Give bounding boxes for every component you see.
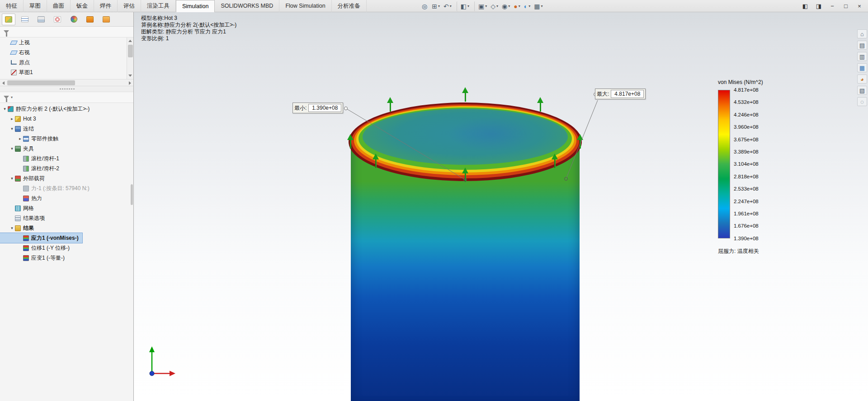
toolbar-button[interactable]: ◇ ▾	[489, 1, 500, 11]
toolbar-button[interactable]: ▣ ▾	[474, 1, 488, 11]
menu-tab[interactable]: SOLIDWORKS MBD	[215, 0, 279, 12]
forum-icon[interactable]: ◌	[857, 97, 867, 106]
menu-tab[interactable]: 评估	[118, 0, 141, 12]
toolbar-button[interactable]: ◉ ▾	[500, 1, 511, 11]
tree-item[interactable]: ▾ 静应力分析 2 (-默认<按加工>-)	[0, 104, 93, 114]
featuremanager-tab[interactable]	[2, 14, 15, 25]
filter-caret-icon[interactable]: ▾	[11, 95, 13, 99]
expand-collapse-icon[interactable]: ▸	[17, 136, 23, 141]
menu-tab[interactable]: 曲面	[47, 0, 71, 12]
filter-icon[interactable]	[4, 96, 9, 99]
toolbar-button[interactable]: ◎	[420, 1, 429, 11]
tree-item[interactable]: 力-1 (:按条目: 57940 N:)	[0, 183, 93, 193]
dropdown-caret-icon[interactable]: ▾	[528, 4, 530, 8]
tree-item[interactable]: 应变1 (-等量-)	[0, 253, 68, 263]
menu-tab[interactable]: 钣金	[71, 0, 94, 12]
menu-tab[interactable]: 分析准备	[332, 0, 367, 12]
dropdown-caret-icon[interactable]: ▾	[541, 4, 542, 8]
maximize-button[interactable]: □	[840, 1, 852, 11]
scroll-up-icon[interactable]	[128, 40, 132, 42]
tree-item[interactable]: ▸ Hot 3	[0, 114, 40, 124]
tree-item[interactable]: 滚柱/滑杆-1	[0, 154, 63, 163]
simulation-study-tab[interactable]	[83, 14, 97, 25]
toolbar-button[interactable]: ● ▾	[512, 1, 521, 11]
tree-item[interactable]: 应力1 (-vonMises-)	[0, 233, 82, 243]
tree-item[interactable]: ▾ 连结	[0, 124, 38, 134]
dimxpertmanager-tab[interactable]	[51, 14, 64, 25]
tree-item[interactable]: ▾ 夹具	[0, 144, 38, 154]
tree-item[interactable]: 上视	[0, 37, 33, 47]
scroll-left-icon[interactable]	[2, 81, 5, 85]
menu-tab[interactable]: 渲染工具	[141, 0, 176, 12]
max-callout[interactable]: 最大: 4.817e+08	[595, 89, 646, 99]
expand-collapse-icon[interactable]: ▾	[9, 126, 15, 131]
configurationmanager-tab[interactable]	[34, 14, 48, 25]
propertymanager-tab[interactable]	[18, 14, 32, 25]
menu-tab[interactable]: Flow Simulation	[279, 0, 331, 12]
dropdown-caret-icon[interactable]: ▾	[485, 4, 487, 8]
tree-item[interactable]: 右视	[0, 47, 33, 57]
feature-tree-scrollbar[interactable]	[127, 37, 133, 79]
expand-collapse-icon[interactable]: ▸	[9, 117, 15, 121]
dropdown-caret-icon[interactable]: ▾	[508, 4, 510, 8]
dropdown-caret-icon[interactable]: ▾	[450, 4, 452, 8]
study-tree-area: ▾ 静应力分析 2 (-默认<按加工>-) ▸ Hot 3 ▾ 连结	[0, 103, 133, 401]
menu-tab[interactable]: Simulation	[176, 0, 215, 12]
displaymanager-tab[interactable]	[67, 14, 80, 25]
toolbar-button[interactable]: ◧ ▾	[457, 1, 471, 11]
tree-item[interactable]: 滚柱/滑杆-2	[0, 163, 63, 173]
scrollbar-thumb[interactable]	[128, 45, 133, 57]
tree-item[interactable]: 原点	[0, 57, 33, 67]
view-palette-icon[interactable]: ▦	[857, 63, 867, 72]
dropdown-caret-icon[interactable]: ▾	[467, 4, 469, 8]
tree-item[interactable]: ▾ 结果	[0, 223, 38, 233]
expand-collapse-icon[interactable]: ▾	[9, 176, 15, 181]
dropdown-caret-icon[interactable]: ▾	[519, 4, 520, 8]
appearances-scenes-icon[interactable]: ◕	[857, 75, 867, 84]
tree-item-label: 结果选项	[23, 214, 45, 222]
feature-tree-hscrollbar[interactable]	[0, 79, 133, 86]
toolbar-button[interactable]: ◐ ▾	[523, 1, 532, 11]
tree-item[interactable]: ▾ 外部载荷	[0, 173, 48, 183]
model-top-face[interactable]	[363, 109, 568, 165]
expand-collapse-icon[interactable]: ▾	[2, 107, 8, 111]
toolbar-button[interactable]: ⊞ ▾	[430, 1, 441, 11]
expand-collapse-icon[interactable]: ▾	[9, 146, 15, 151]
scroll-down-icon[interactable]	[128, 75, 132, 77]
tree-item[interactable]: 草图1	[0, 67, 37, 77]
menu-tab[interactable]: 草图	[24, 0, 47, 12]
motion-study-tab[interactable]	[99, 14, 113, 25]
scroll-right-icon[interactable]	[129, 81, 131, 85]
tree-item[interactable]: 位移1 (-Y 位移-)	[0, 243, 73, 253]
custom-properties-icon[interactable]: ▧	[857, 86, 867, 95]
max-callout-value: 4.817e+08	[611, 90, 644, 98]
min-callout[interactable]: 最小: 1.390e+08	[292, 103, 343, 113]
minimize-button[interactable]: −	[826, 1, 838, 11]
tree-item[interactable]: 热力	[0, 193, 46, 203]
study-tree-scrollbar-thumb[interactable]	[131, 184, 133, 205]
manager-tab-icon	[21, 16, 28, 23]
menu-tab[interactable]: 焊件	[94, 0, 118, 12]
resources-icon[interactable]: ⌂	[857, 29, 867, 38]
tree-item[interactable]: 网格	[0, 203, 38, 213]
task-pane-collapse-icon[interactable]: ◧	[799, 1, 811, 11]
tree-item[interactable]: 结果选项	[0, 213, 48, 223]
hscrollbar-thumb[interactable]	[7, 80, 75, 85]
dropdown-caret-icon[interactable]: ▾	[496, 4, 498, 8]
panel-splitter[interactable]	[0, 86, 133, 92]
toolbar-button[interactable]: ▦ ▾	[533, 1, 544, 11]
task-pane-expand-icon[interactable]: ◨	[813, 1, 825, 11]
toolbar-button[interactable]: ↶ ▾	[442, 1, 453, 11]
graphics-area[interactable]: 模型名称:Hot 3算例名称:静应力分析 2(-默认<按加工>-)图解类型: 静…	[134, 12, 868, 401]
menu-tab[interactable]: 特征	[0, 0, 24, 12]
tree-item[interactable]: ▸ 零部件接触	[0, 134, 62, 144]
splitter-handle-icon	[59, 88, 75, 90]
design-library-icon[interactable]: ▤	[857, 41, 867, 50]
plot-info-line: 变形比例: 1	[141, 35, 236, 42]
expand-collapse-icon[interactable]: ▾	[9, 226, 15, 230]
legend-value: 2.818e+08	[734, 174, 759, 179]
file-explorer-icon[interactable]: ▥	[857, 52, 867, 61]
close-button[interactable]: ×	[854, 1, 865, 11]
filter-icon[interactable]	[4, 30, 9, 33]
dropdown-caret-icon[interactable]: ▾	[438, 4, 440, 8]
